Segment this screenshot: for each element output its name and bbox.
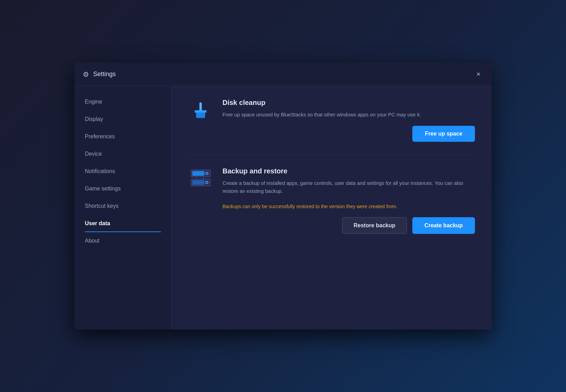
backup-restore-desc: Create a backup of installed apps, game … <box>223 179 475 195</box>
sidebar-item-about[interactable]: About <box>74 232 171 250</box>
content-area: Disk cleanup Free up space unused by Blu… <box>172 86 492 329</box>
sidebar-item-shortcut-keys[interactable]: Shortcut keys <box>74 197 171 215</box>
settings-icon: ⚙ <box>83 70 89 79</box>
disk-cleanup-actions: Free up space <box>223 126 475 142</box>
disk-cleanup-desc: Free up space unused by BlueStacks so th… <box>223 111 475 119</box>
svg-rect-11 <box>192 180 204 185</box>
backup-restore-body: Backup and restore Create a backup of in… <box>223 167 475 234</box>
disk-cleanup-body: Disk cleanup Free up space unused by Blu… <box>223 99 475 142</box>
free-up-space-button[interactable]: Free up space <box>412 126 475 142</box>
svg-point-9 <box>206 173 208 174</box>
backup-restore-section: Backup and restore Create a backup of in… <box>188 167 475 246</box>
backup-restore-title: Backup and restore <box>223 167 475 175</box>
disk-cleanup-section: Disk cleanup Free up space unused by Blu… <box>188 99 475 154</box>
svg-rect-7 <box>192 171 204 176</box>
title-bar: ⚙ Settings × <box>74 63 492 86</box>
create-backup-button[interactable]: Create backup <box>412 217 475 234</box>
sidebar-item-preferences[interactable]: Preferences <box>74 128 171 145</box>
section-divider <box>188 154 475 155</box>
backup-restore-actions: Restore backup Create backup <box>223 217 475 234</box>
close-button[interactable]: × <box>474 69 483 80</box>
sidebar-item-device[interactable]: Device <box>74 145 171 163</box>
sidebar-item-engine[interactable]: Engine <box>74 93 171 111</box>
sidebar: Engine Display Preferences Device Notifi… <box>74 86 172 329</box>
sidebar-item-display[interactable]: Display <box>74 111 171 128</box>
sidebar-item-game-settings[interactable]: Game settings <box>74 180 171 197</box>
svg-point-13 <box>206 182 208 183</box>
backup-warning: Backups can only be successfully restore… <box>223 203 475 210</box>
window-title: Settings <box>93 71 469 78</box>
settings-window: ⚙ Settings × Engine Display Preferences … <box>74 63 492 329</box>
backup-icon <box>188 167 213 188</box>
sidebar-item-notifications[interactable]: Notifications <box>74 163 171 180</box>
disk-cleanup-title: Disk cleanup <box>223 99 475 107</box>
restore-backup-button[interactable]: Restore backup <box>342 217 407 234</box>
sidebar-item-user-data[interactable]: User data <box>74 215 171 232</box>
svg-rect-5 <box>195 110 207 113</box>
disk-cleanup-icon <box>188 99 213 121</box>
main-content: Engine Display Preferences Device Notifi… <box>74 86 492 329</box>
